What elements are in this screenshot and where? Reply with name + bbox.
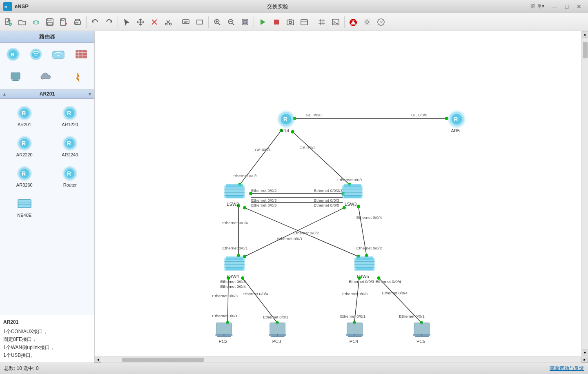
zoom-in-button[interactable] <box>211 16 224 29</box>
svg-line-24 <box>219 23 220 25</box>
svg-text:PC3: PC3 <box>272 339 281 344</box>
device-AR3260[interactable]: R AR3260 <box>3 163 46 189</box>
router-icon-box: R <box>6 47 20 62</box>
comment-button[interactable] <box>179 16 192 29</box>
conn-label-ar4-ge002: GE 0/0/2 <box>299 145 316 150</box>
svg-line-28 <box>233 23 234 25</box>
play-button[interactable] <box>256 16 269 29</box>
snapshot-button[interactable] <box>284 16 297 29</box>
svg-text:AR4: AR4 <box>281 128 289 133</box>
capture-button[interactable] <box>298 16 311 29</box>
conn-label-pc2-eth001: Ethernet 0/0/1 <box>212 314 238 318</box>
save-button[interactable] <box>43 16 56 29</box>
help-button[interactable]: ? <box>374 16 388 29</box>
svg-text:R: R <box>22 110 26 116</box>
sidebar-icon-router[interactable]: R <box>2 45 24 63</box>
node-AR4[interactable]: R AR4 <box>277 110 295 133</box>
sidebar-icon-firewall[interactable] <box>71 45 92 63</box>
conn-label-lsw3-eth005: Ethernet 0/0/5 <box>314 203 339 207</box>
node-PC4[interactable]: PC4 <box>346 323 363 344</box>
scroll-thumb[interactable] <box>583 42 588 58</box>
svg-rect-156 <box>217 336 231 337</box>
conn-label-ar5-ge000: GE 0/0/0 <box>411 113 428 117</box>
subsection-label: AR201 <box>40 91 55 97</box>
svg-line-102 <box>245 208 344 256</box>
maximize-button[interactable]: □ <box>561 2 572 11</box>
zoom-out-button[interactable] <box>225 16 238 29</box>
cloud-button[interactable] <box>29 16 42 29</box>
grid-button[interactable] <box>315 16 328 29</box>
close-button[interactable]: ✕ <box>573 2 585 11</box>
device-AR2220[interactable]: R AR2220 <box>3 132 46 159</box>
print-button[interactable] <box>71 16 84 29</box>
move-button[interactable] <box>134 16 147 29</box>
node-PC3[interactable]: PC3 <box>269 323 286 344</box>
sidebar-icon-wireless[interactable] <box>25 45 47 63</box>
sidebar-icon-cloud[interactable] <box>33 69 61 87</box>
wireless-icon-box <box>29 47 43 62</box>
conn-label-pc4-eth001: Ethernet 0/0/1 <box>340 314 366 318</box>
dot-ar4-bottom-right <box>291 130 294 134</box>
svg-rect-164 <box>347 323 363 334</box>
node-LSW2[interactable]: LSW2 <box>224 184 245 207</box>
device-Router[interactable]: R Router <box>49 163 91 189</box>
minimize-button[interactable]: — <box>549 2 560 11</box>
router-section-header: 路由器 <box>0 31 94 43</box>
open-button[interactable] <box>16 16 29 29</box>
device-AR2240[interactable]: R AR2240 <box>49 132 91 159</box>
rectangle-button[interactable] <box>193 16 206 29</box>
node-LSW4[interactable]: LSW4 Ethernet 0/0/3 Ethernet 0/0/4 <box>220 256 246 289</box>
svg-text:Ethernet 0/0/3: Ethernet 0/0/3 <box>349 279 374 284</box>
svg-rect-57 <box>76 50 87 58</box>
scroll-right-button[interactable]: ► <box>581 357 588 363</box>
vertical-scrollbar[interactable]: ▲ ▼ <box>581 31 588 356</box>
device-AR1220[interactable]: R AR1220 <box>49 102 91 129</box>
sidebar-icon-power[interactable] <box>63 69 92 87</box>
conn-label-lsw2-eth002: Ethernet 0/0/2 <box>251 188 277 193</box>
node-PC5[interactable]: PC5 <box>413 323 430 344</box>
horizontal-scrollbar[interactable]: ◄ ► <box>95 356 588 363</box>
saveas-button[interactable] <box>57 16 70 29</box>
conn-label-lsw2-eth004: Ethernet 0/0/4 <box>222 220 248 225</box>
scroll-left-button[interactable]: ◄ <box>95 357 101 363</box>
window-controls[interactable]: 菜 单▾ — □ ✕ <box>527 2 585 11</box>
scroll-up-button[interactable]: ▲ <box>582 31 588 38</box>
menu-button[interactable]: 菜 单▾ <box>527 2 548 11</box>
status-right[interactable]: 获取帮助与反馈 <box>550 365 584 372</box>
main-area: 路由器 R <box>0 31 588 363</box>
conn-label-lsw3-eth003: Ethernet 0/0/3 <box>314 198 339 203</box>
wireless2-icon-box <box>51 47 66 62</box>
new-button[interactable]: + <box>2 16 15 29</box>
sidebar-icon-wireless2[interactable] <box>48 45 69 63</box>
node-LSW5[interactable]: LSW5 Ethernet 0/0/4 Ethernet 0/0/3 <box>349 256 401 284</box>
device-grid: R AR201 R AR1220 <box>0 99 94 223</box>
node-AR5[interactable]: R AR5 <box>448 110 466 133</box>
svg-rect-14 <box>76 22 78 24</box>
settings-button[interactable] <box>361 16 374 29</box>
svg-text:R: R <box>67 170 71 177</box>
stop-button[interactable] <box>270 16 283 29</box>
redo-button[interactable] <box>102 16 116 29</box>
conn-label-ar4-ge000: GE 0/0/0 <box>305 113 322 117</box>
device-NE40E[interactable]: NE40E <box>3 193 46 220</box>
device-AR201-label: AR201 <box>18 122 31 127</box>
select-button[interactable] <box>120 16 133 29</box>
h-scroll-thumb[interactable] <box>122 358 204 362</box>
delete-button[interactable] <box>148 16 161 29</box>
node-PC2[interactable]: PC2 <box>216 323 233 344</box>
canvas-wrapper: GE 0/0/0 GE 0/0/0 GE 0/0/1 Ethernet 0/0/… <box>95 31 588 363</box>
fit-button[interactable] <box>238 16 252 29</box>
device-AR201[interactable]: R AR201 <box>3 102 46 129</box>
scroll-down-button[interactable]: ▼ <box>582 350 588 356</box>
sidebar-icon-pc[interactable] <box>2 69 31 87</box>
cut-button[interactable] <box>162 16 175 29</box>
h-scroll-track <box>102 357 581 362</box>
huawei-button[interactable] <box>347 16 360 29</box>
terminal-button[interactable] <box>329 16 342 29</box>
node-LSW3[interactable]: LSW3 <box>342 184 363 207</box>
sep6 <box>313 16 313 28</box>
network-canvas[interactable]: GE 0/0/0 GE 0/0/0 GE 0/0/1 Ethernet 0/0/… <box>95 31 581 356</box>
undo-button[interactable] <box>89 16 102 29</box>
svg-text:LSW5: LSW5 <box>357 274 369 279</box>
conn-label-lsw3-eth004: Ethernet 0/0/4 <box>356 215 382 220</box>
